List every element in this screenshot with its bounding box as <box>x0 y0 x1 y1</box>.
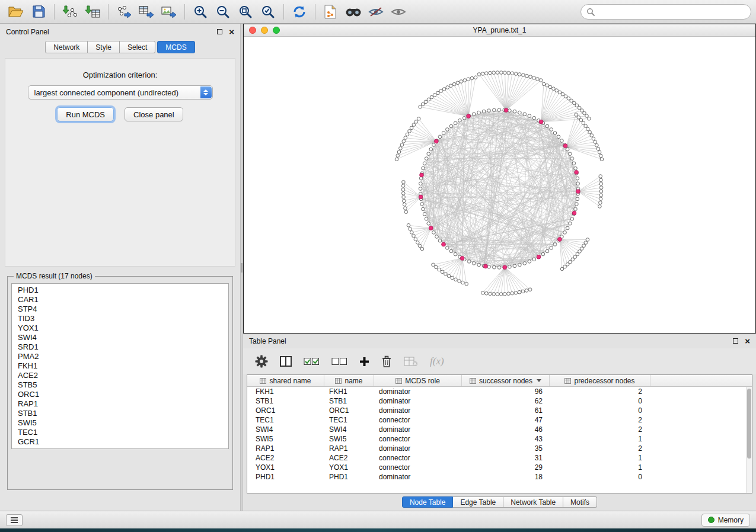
network-node[interactable] <box>513 110 516 113</box>
network-node[interactable] <box>396 154 400 158</box>
network-node[interactable] <box>481 72 484 76</box>
network-node[interactable] <box>599 154 602 158</box>
network-node[interactable] <box>592 137 595 140</box>
network-node[interactable] <box>552 87 556 91</box>
dominator-node[interactable] <box>537 255 541 259</box>
column-header-name[interactable]: name <box>324 375 374 386</box>
network-node[interactable] <box>546 249 549 253</box>
network-node[interactable] <box>599 194 603 197</box>
network-node[interactable] <box>575 113 578 117</box>
network-node[interactable] <box>487 265 491 269</box>
network-node[interactable] <box>503 293 507 296</box>
network-node[interactable] <box>402 180 406 184</box>
network-node[interactable] <box>553 243 557 246</box>
dominator-node[interactable] <box>419 195 423 199</box>
network-node[interactable] <box>420 203 424 206</box>
network-node[interactable] <box>583 111 586 115</box>
network-node[interactable] <box>528 288 532 291</box>
network-node[interactable] <box>588 117 591 121</box>
network-node[interactable] <box>492 71 496 75</box>
network-node[interactable] <box>461 281 465 284</box>
network-node[interactable] <box>557 135 560 139</box>
table-scrollbar-thumb[interactable] <box>747 389 751 459</box>
network-node[interactable] <box>474 76 477 79</box>
network-node[interactable] <box>420 247 424 251</box>
network-node[interactable] <box>419 187 422 191</box>
network-node[interactable] <box>598 205 602 209</box>
network-node[interactable] <box>430 95 433 99</box>
dominator-node[interactable] <box>504 108 508 113</box>
dominator-node[interactable] <box>576 190 580 194</box>
network-node[interactable] <box>508 109 512 113</box>
network-node[interactable] <box>425 217 428 221</box>
dominator-node[interactable] <box>563 144 567 148</box>
network-node[interactable] <box>558 91 562 94</box>
network-node[interactable] <box>449 249 453 253</box>
dominator-node[interactable] <box>572 211 576 215</box>
zoom-selected-button[interactable] <box>257 2 279 21</box>
network-node[interactable] <box>575 203 579 206</box>
network-node[interactable] <box>423 162 426 165</box>
network-node[interactable] <box>423 213 426 216</box>
network-node[interactable] <box>555 89 559 92</box>
export-table-button[interactable] <box>135 2 158 21</box>
network-canvas[interactable] <box>244 37 755 333</box>
tab-network[interactable]: Network <box>45 41 88 53</box>
network-node[interactable] <box>454 278 458 281</box>
network-node[interactable] <box>489 71 492 75</box>
network-node[interactable] <box>432 143 436 147</box>
network-node[interactable] <box>518 290 521 294</box>
mcds-result-item[interactable]: TEC1 <box>12 428 228 437</box>
network-node[interactable] <box>521 290 525 293</box>
network-node[interactable] <box>425 157 428 161</box>
network-node[interactable] <box>410 126 413 130</box>
table-row[interactable]: TEC1TEC1connector472 <box>247 415 752 425</box>
float-panel-icon[interactable] <box>733 338 738 344</box>
network-node[interactable] <box>441 270 444 274</box>
network-node[interactable] <box>514 72 518 76</box>
network-node[interactable] <box>528 114 531 118</box>
network-node[interactable] <box>493 265 496 269</box>
network-node[interactable] <box>403 203 406 206</box>
network-node[interactable] <box>412 123 416 127</box>
network-node[interactable] <box>570 157 574 161</box>
mcds-result-item[interactable]: SRD1 <box>12 342 228 352</box>
tab-select[interactable]: Select <box>120 41 155 53</box>
network-node[interactable] <box>582 121 585 125</box>
table-row[interactable]: FKH1FKH1dominator962 <box>247 387 752 396</box>
network-node[interactable] <box>458 280 461 283</box>
status-menu-button[interactable] <box>6 514 23 526</box>
tab-node-table[interactable]: Node Table <box>402 496 454 508</box>
network-node[interactable] <box>511 72 514 75</box>
network-node[interactable] <box>596 147 600 150</box>
network-node[interactable] <box>481 291 484 295</box>
network-node[interactable] <box>458 119 462 123</box>
column-header-mcds-role[interactable]: MCDS role <box>374 375 462 386</box>
network-node[interactable] <box>594 140 597 144</box>
network-node[interactable] <box>508 265 512 269</box>
network-node[interactable] <box>523 262 527 265</box>
network-node[interactable] <box>472 262 476 265</box>
network-node[interactable] <box>532 76 536 80</box>
network-node[interactable] <box>452 82 456 86</box>
network-node[interactable] <box>582 244 586 248</box>
network-node[interactable] <box>580 247 583 251</box>
network-node[interactable] <box>419 182 423 185</box>
network-node[interactable] <box>397 150 401 154</box>
network-node[interactable] <box>485 72 489 75</box>
network-node[interactable] <box>569 152 572 156</box>
import-network-button[interactable] <box>59 2 81 21</box>
network-node[interactable] <box>499 293 503 296</box>
network-node[interactable] <box>584 241 588 245</box>
network-node[interactable] <box>402 196 406 199</box>
network-node[interactable] <box>408 130 412 133</box>
tab-mcds[interactable]: MCDS <box>157 41 194 53</box>
dominator-node[interactable] <box>460 257 464 261</box>
column-header-successor-nodes[interactable]: successor nodes <box>462 375 550 386</box>
show-gradients-button[interactable] <box>387 2 410 21</box>
dominator-node[interactable] <box>575 170 579 174</box>
network-node[interactable] <box>412 234 416 238</box>
mcds-result-item[interactable]: SWI5 <box>12 418 228 428</box>
network-node[interactable] <box>406 133 409 136</box>
table-row[interactable]: ORC1ORC1dominator610 <box>247 406 752 415</box>
